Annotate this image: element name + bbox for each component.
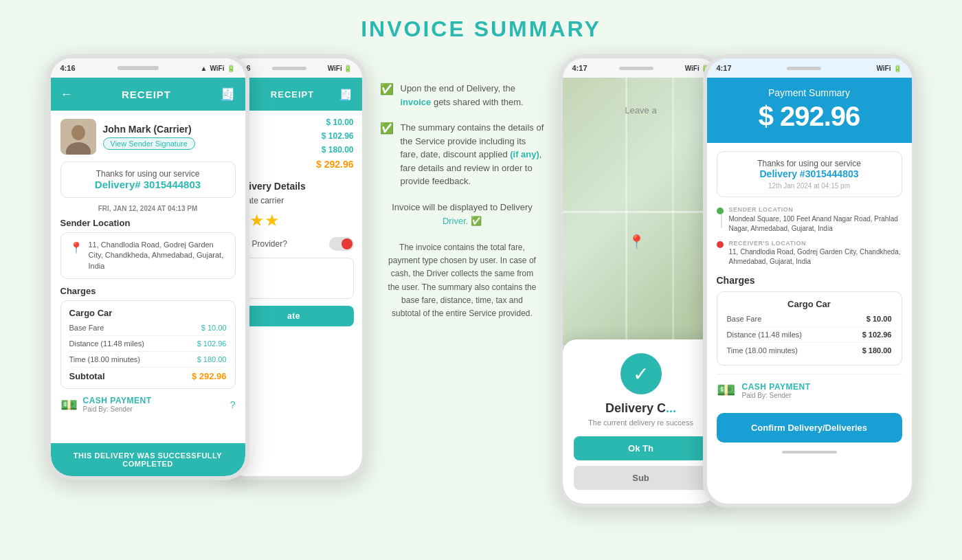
- p-distance-label: Distance (11.48 miles): [727, 331, 802, 339]
- rate-btn[interactable]: ate: [234, 306, 354, 326]
- receipt-date: FRI, JAN 12, 2024 AT 04:13 PM: [60, 205, 236, 212]
- phone2-title: RECEIPT: [271, 89, 314, 100]
- subtotal-row: Subtotal $ 292.96: [69, 371, 227, 381]
- distance-amount: $ 102.96: [197, 339, 227, 348]
- p-distance-amount: $ 102.96: [862, 331, 892, 339]
- payment-service-box: Thanks for using our service Delivery #3…: [717, 151, 902, 197]
- base-fare-amount: $ 10.00: [201, 324, 227, 332]
- page-title: INVOICE SUMMARY: [0, 0, 962, 54]
- cash-payment-section: 💵 CASH PAYMENT Paid By: Sender: [717, 374, 902, 406]
- sender-label: Sender Location: [60, 218, 236, 228]
- receiver-address: 11, Chandlodia Road, Godrej Garden City,…: [729, 248, 901, 265]
- receiver-dot: [717, 241, 724, 248]
- receiver-location-detail: RECEIVER'S LOCATION 11, Chandlodia Road,…: [729, 239, 902, 267]
- p-distance-row: Distance (11.48 miles) $ 102.96: [727, 331, 892, 343]
- partial-amount-3: $ 180.00: [234, 145, 354, 155]
- view-signature-btn[interactable]: View Sender Signature: [103, 137, 195, 150]
- phone1-notch: 4:16 ▲ WiFi 🔋: [51, 58, 245, 78]
- base-fare-label: Base Fare: [69, 324, 104, 332]
- phone-payment: 4:17 WiFi 🔋 Payment Summary $ 292.96: [703, 54, 916, 508]
- check-icon-2: ✅: [380, 122, 394, 135]
- phone-map: 4:17 WiFi 🔋 Google Leave a: [559, 54, 724, 508]
- phone-payment-notch: 4:17 WiFi 🔋: [707, 58, 912, 78]
- thanks-text: Thanks for using our service: [69, 169, 227, 179]
- p-base-fare-amount: $ 10.00: [866, 315, 892, 323]
- base-fare-row: Base Fare $ 10.00: [69, 324, 227, 336]
- cash-info: CASH PAYMENT Paid By: Sender: [742, 382, 811, 399]
- delivery-num: Delivery# 3015444803: [69, 179, 227, 190]
- payment-label: CASH PAYMENT: [83, 396, 152, 405]
- cash-payment-sub: Paid By: Sender: [742, 392, 811, 399]
- p-base-fare-label: Base Fare: [727, 315, 762, 323]
- confirm-delivery-btn[interactable]: Confirm Delivery/Deliveries: [717, 413, 902, 443]
- p-time-row: Time (18.00 minutes) $ 180.00: [727, 346, 892, 358]
- carrier-row: John Mark (Carrier) View Sender Signatur…: [60, 119, 236, 155]
- toggle-switch[interactable]: [329, 237, 354, 251]
- map-delivery-card: ✓ Delivery C... The current delivery re …: [563, 339, 719, 504]
- divider-label-1: Invoice will be displayed to Delivery Dr…: [380, 201, 545, 229]
- payment-vehicle: Cargo Car: [727, 299, 892, 309]
- charges-label: Charges: [60, 286, 236, 296]
- feature-text-2: The summary contains the details of the …: [401, 121, 545, 188]
- main-layout: 4:16 ▲ WiFi 🔋 ← RECEIPT 🧾: [0, 54, 962, 508]
- receiver-location-item: RECEIVER'S LOCATION 11, Chandlodia Road,…: [717, 239, 902, 267]
- time-row: Time (18.00 minutes) $ 180.00: [69, 355, 227, 368]
- sender-dot: [717, 208, 724, 214]
- carrier-avatar: [60, 119, 96, 155]
- p-time-label: Time (18.00 minutes): [727, 346, 798, 355]
- sender-address: Mondeal Square, 100 Feet Anand Nagar Roa…: [729, 215, 898, 232]
- map-ok-btn[interactable]: Ok Th: [574, 436, 708, 460]
- right-group: 4:17 WiFi 🔋 Google Leave a: [559, 54, 916, 508]
- subtotal-label: Subtotal: [69, 371, 105, 381]
- invoice-note: The invoice contains the total fare, pay…: [380, 241, 545, 320]
- check-icon-1: ✅: [380, 82, 394, 96]
- phone1-status-icons: ▲ WiFi 🔋: [201, 65, 236, 72]
- home-indicator: [782, 451, 837, 453]
- payment-delivery-link[interactable]: Delivery #3015444803: [727, 168, 892, 179]
- rate-carrier-text: ? Rate carrier: [234, 196, 354, 205]
- payment-help-icon[interactable]: ?: [230, 399, 236, 410]
- charges-section: Charges Cargo Car Base Fare $ 10.00 Dist…: [60, 286, 236, 389]
- payment-amount-big: $ 292.96: [718, 101, 901, 132]
- payment-header: Payment Summary $ 292.96: [707, 78, 912, 143]
- distance-label: Distance (11.48 miles): [69, 339, 144, 348]
- map-overlay: Leave a: [563, 105, 719, 115]
- payment-sub: Paid By: Sender: [83, 405, 152, 413]
- charges-box: Cargo Car Base Fare $ 10.00 Distance (11…: [60, 300, 236, 389]
- p-time-amount: $ 180.00: [862, 346, 892, 355]
- delivery-details-label: Delivery Details: [234, 175, 354, 196]
- location-icon: 📍: [69, 241, 83, 254]
- cash-payment-label: CASH PAYMENT: [742, 382, 811, 392]
- feedback-input[interactable]: [234, 258, 354, 299]
- svg-point-1: [71, 125, 85, 140]
- sender-location-item: SENDER LOCATION Mondeal Square, 100 Feet…: [717, 205, 902, 234]
- back-icon[interactable]: ←: [60, 87, 73, 102]
- payment-charges-label: Charges: [717, 275, 902, 286]
- payment-thanks: Thanks for using our service: [727, 159, 892, 168]
- service-provider-row: ? ce Provider?: [234, 237, 354, 251]
- delivery-check-circle: ✓: [620, 353, 662, 394]
- phone-map-notch: 4:17 WiFi 🔋: [563, 58, 719, 78]
- map-submit-btn[interactable]: Sub: [574, 466, 708, 490]
- locations-section: SENDER LOCATION Mondeal Square, 100 Feet…: [717, 205, 902, 267]
- partial-total: $ 292.96: [234, 159, 354, 170]
- partial-amount-2: $ 102.96: [234, 131, 354, 141]
- cash-icon: 💵: [60, 396, 78, 413]
- phone1-header-title: RECEIPT: [122, 89, 171, 100]
- receipt-icon: 🧾: [220, 87, 235, 102]
- phone2-status: WiFi 🔋: [328, 65, 353, 72]
- payment-charges-box: Cargo Car Base Fare $ 10.00 Distance (11…: [717, 291, 902, 366]
- location-text: 11, Chandlodia Road, Godrej Garden City,…: [89, 240, 227, 271]
- phone1-header: ← RECEIPT 🧾: [51, 78, 245, 111]
- phone2-receipt-icon: 🧾: [339, 88, 353, 101]
- time-amount: $ 180.00: [197, 355, 227, 363]
- payment-row: 💵 CASH PAYMENT Paid By: Sender ?: [60, 396, 236, 413]
- payment-date: 12th Jan 2024 at 04:15 pm: [727, 182, 892, 190]
- subtotal-amount: $ 292.96: [192, 371, 227, 381]
- phone-payment-time: 4:17: [717, 64, 732, 72]
- center-panel: ✅ Upon the end of Delivery, the invoice …: [366, 54, 559, 334]
- rating-stars[interactable]: ★★★: [234, 211, 354, 230]
- partial-amounts: $ 10.00 $ 102.96 $ 180.00 $ 292.96: [234, 117, 354, 170]
- phone-map-time: 4:17: [572, 64, 588, 72]
- vehicle-label: Cargo Car: [69, 308, 227, 318]
